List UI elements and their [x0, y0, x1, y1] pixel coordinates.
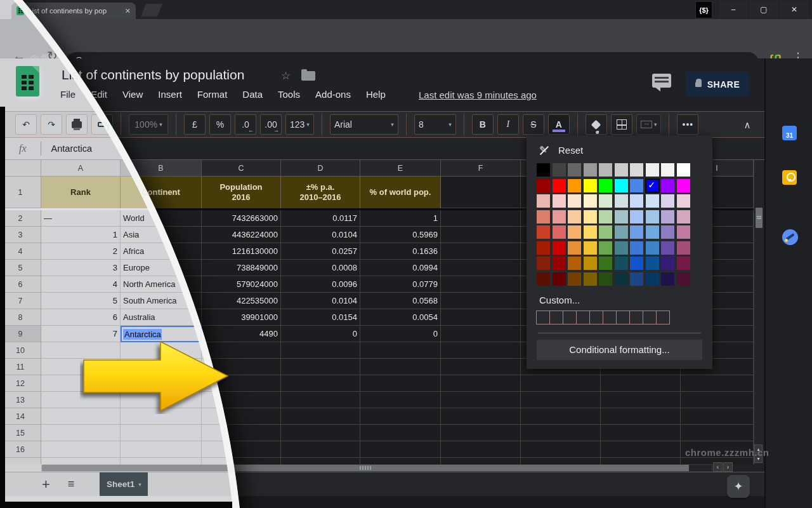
cell-D11[interactable] [281, 359, 360, 375]
menu-format[interactable]: Format [197, 89, 228, 100]
custom-color-slot[interactable] [656, 311, 670, 324]
cell-F2[interactable] [441, 210, 521, 227]
cell-E3[interactable]: 0.5969 [360, 227, 441, 243]
cell-C6[interactable]: 579024000 [202, 276, 281, 293]
menu-tools[interactable]: Tools [278, 89, 300, 100]
last-edit-link[interactable]: Last edit was 9 minutes ago [419, 90, 537, 100]
cell-G14[interactable] [521, 408, 601, 425]
color-swatch-f6b26b[interactable] [568, 225, 581, 239]
color-swatch-85200c[interactable] [537, 257, 550, 270]
fill-color-button[interactable] [586, 114, 607, 135]
color-swatch-134f5c[interactable] [615, 257, 628, 270]
row-header-1[interactable]: 1 [0, 177, 41, 208]
font-size-select[interactable]: 8▾ [414, 114, 456, 135]
color-swatch-6fa8dc[interactable] [646, 225, 659, 239]
color-swatch-ffe599[interactable] [584, 210, 597, 224]
sheet-tab-menu-icon[interactable]: ▾ [138, 481, 141, 488]
custom-color-slot[interactable] [589, 311, 603, 324]
color-swatch-ff0000[interactable] [553, 179, 566, 192]
cell-C7[interactable]: 422535000 [202, 293, 281, 309]
color-swatch-d9ead3[interactable] [599, 194, 612, 208]
row-header-9[interactable]: 9 [0, 326, 41, 342]
cell-C16[interactable] [202, 441, 281, 458]
color-swatch-9900ff[interactable] [661, 179, 674, 192]
paint-format-button[interactable] [91, 114, 113, 135]
cell-A3[interactable]: 1 [41, 227, 121, 243]
color-swatch-6aa84f[interactable] [599, 241, 612, 255]
cell-D12[interactable] [281, 375, 360, 392]
color-swatch-b6d7a8[interactable] [599, 210, 612, 224]
percent-format-button[interactable]: % [209, 114, 231, 135]
cell-E1[interactable]: % of world pop. [360, 177, 441, 208]
collapse-toolbar-button[interactable]: ∧ [736, 116, 759, 135]
color-swatch-d9d2e9[interactable] [661, 194, 674, 208]
color-swatch-8e7cc3[interactable] [661, 225, 674, 239]
color-swatch-a2c4c9[interactable] [615, 210, 628, 224]
star-document-icon[interactable]: ☆ [281, 69, 291, 83]
row-header-8[interactable]: 8 [0, 309, 41, 326]
menu-help[interactable]: Help [366, 89, 386, 100]
text-color-button[interactable]: A [548, 114, 570, 135]
menu-file[interactable]: File [60, 89, 75, 100]
color-swatch-dd7e6b[interactable] [537, 210, 550, 224]
cell-B8[interactable]: Australia [121, 309, 202, 326]
cell-A6[interactable]: 4 [41, 276, 121, 293]
color-swatch-274e13[interactable] [599, 272, 612, 286]
color-swatch-c27ba0[interactable] [677, 225, 690, 239]
column-header-C[interactable]: C [202, 160, 281, 177]
cell-F13[interactable] [441, 392, 521, 408]
sheet-tab-sheet1[interactable]: Sheet1 ▾ [100, 472, 148, 497]
formula-bar-value[interactable]: Antarctica [51, 144, 92, 154]
color-swatch-e06666[interactable] [553, 225, 566, 239]
font-select[interactable]: Arial▾ [330, 114, 398, 135]
color-swatch-990000[interactable] [553, 257, 566, 270]
color-swatch-d5a6bd[interactable] [677, 210, 690, 224]
sheets-logo[interactable] [16, 66, 39, 97]
cell-F10[interactable] [441, 342, 521, 359]
cell-B16[interactable] [121, 441, 202, 458]
cell-H16[interactable] [601, 441, 681, 458]
color-swatch-3d85c6[interactable] [646, 241, 659, 255]
cell-F14[interactable] [441, 408, 521, 425]
conditional-formatting-button[interactable]: Conditional formatting... [537, 340, 702, 360]
cell-F8[interactable] [441, 309, 521, 326]
row-header-3[interactable]: 3 [0, 227, 41, 243]
color-swatch-783f04[interactable] [568, 272, 581, 286]
horizontal-scrollbar-thumb[interactable] [42, 465, 689, 471]
cell-A1[interactable]: Rank [41, 177, 121, 208]
cell-D15[interactable] [281, 425, 360, 441]
cell-H15[interactable] [601, 425, 681, 441]
row-header-6[interactable]: 6 [0, 276, 41, 293]
custom-color-slot[interactable] [643, 311, 657, 324]
bold-button[interactable]: B [472, 114, 494, 135]
cell-F11[interactable] [441, 359, 521, 375]
column-header-D[interactable]: D [281, 160, 360, 177]
row-header-12[interactable]: 12 [0, 375, 41, 392]
cell-G12[interactable] [521, 375, 601, 392]
cell-E2[interactable]: 1 [360, 210, 441, 227]
more-toolbar-button[interactable]: ••• [677, 114, 698, 135]
cell-D13[interactable] [281, 392, 360, 408]
cell-I13[interactable] [681, 392, 754, 408]
move-folder-icon[interactable] [301, 71, 315, 81]
grid-corner-cell[interactable] [0, 160, 41, 177]
cell-D3[interactable]: 0.0104 [281, 227, 360, 243]
cell-F1[interactable] [441, 177, 521, 208]
cell-H14[interactable] [601, 408, 681, 425]
color-swatch-ffffff[interactable] [677, 163, 690, 177]
custom-color-slot[interactable] [549, 311, 563, 324]
color-swatch-f3f3f3[interactable] [661, 163, 674, 177]
color-swatch-ff9900[interactable] [568, 179, 581, 192]
row-header-16[interactable]: 16 [0, 441, 41, 458]
all-sheets-button[interactable]: ≡ [68, 478, 75, 491]
menu-view[interactable]: View [122, 89, 143, 100]
menu-addons[interactable]: Add-ons [315, 89, 351, 100]
strikethrough-button[interactable]: S [523, 114, 544, 135]
cell-E16[interactable] [360, 441, 441, 458]
cell-F4[interactable] [441, 243, 521, 260]
row-header-2[interactable]: 2 [0, 210, 41, 227]
cell-B2[interactable]: World [121, 210, 202, 227]
cell-E7[interactable]: 0.0568 [360, 293, 441, 309]
menu-edit[interactable]: Edit [91, 89, 107, 100]
column-header-E[interactable]: E [360, 160, 441, 177]
